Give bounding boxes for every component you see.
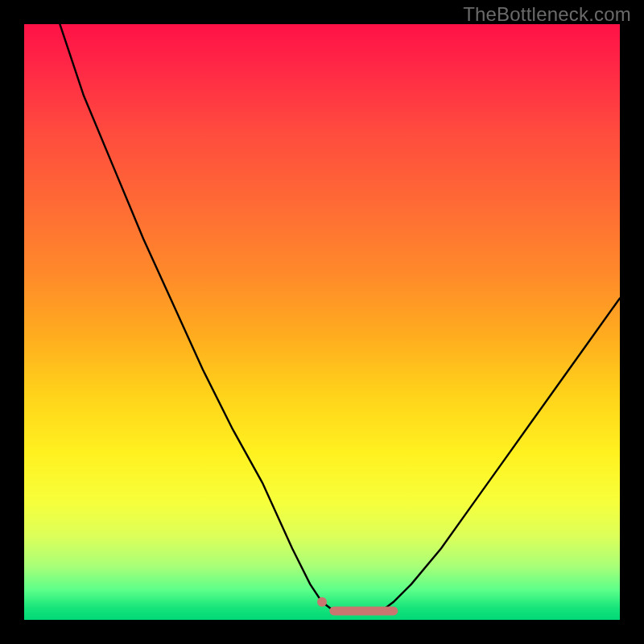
bottleneck-curve — [60, 24, 620, 614]
curve-layer — [24, 24, 620, 620]
chart-frame: TheBottleneck.com — [0, 0, 644, 644]
plot-area — [24, 24, 620, 620]
trough-marker — [317, 597, 327, 607]
watermark-text: TheBottleneck.com — [463, 3, 631, 26]
